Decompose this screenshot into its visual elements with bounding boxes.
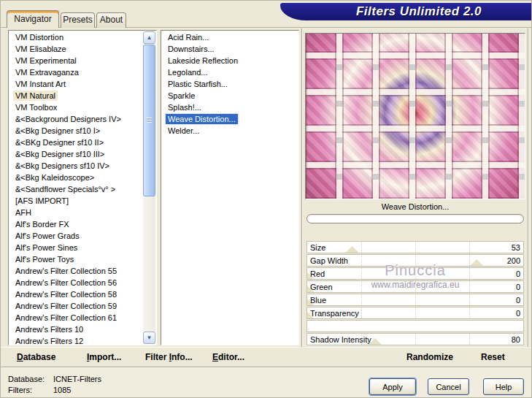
scroll-down-icon[interactable]: ▼ <box>143 332 155 344</box>
tick-mark <box>469 294 470 305</box>
list-item[interactable]: Andrew's Filter Collection 58 <box>9 288 144 300</box>
param-label: Size <box>310 242 325 253</box>
param-row-size[interactable]: Size 53 <box>307 241 524 253</box>
list-item[interactable]: &<Background Designers IV> <box>9 113 144 125</box>
category-listbox: VM DistortionVM ElisablazeVM Experimenta… <box>8 30 157 345</box>
title-banner: Filters Unlimited 2.0 <box>280 3 531 20</box>
param-label: Green <box>310 282 333 292</box>
list-item[interactable]: &<Sandflower Specials°v° > <box>9 183 144 195</box>
param-row-empty <box>307 320 524 332</box>
list-item[interactable]: Andrew's Filter Collection 59 <box>9 300 144 312</box>
list-item[interactable]: Andrew's Filter Collection 55 <box>9 265 144 277</box>
list-item[interactable]: VM Toolbox <box>9 102 144 113</box>
database-status: Database: ICNET-Filters Filters: 1085 <box>8 374 101 396</box>
tab-navigator[interactable]: Navigator <box>7 10 59 28</box>
import-button[interactable]: Import... <box>87 352 121 362</box>
param-row-gap-width[interactable]: Gap Width 200 <box>307 254 524 267</box>
param-row-red[interactable]: Red 0 <box>307 267 524 280</box>
list-item[interactable]: &<Bkg Designer sf10 III> <box>9 148 144 160</box>
scrollbar-thumb[interactable] <box>143 45 155 196</box>
tick-mark <box>361 268 362 279</box>
param-value: 0 <box>516 308 520 318</box>
slider-handle[interactable] <box>346 246 359 253</box>
list-item[interactable]: [AFS IMPORT] <box>9 195 144 207</box>
tick-mark <box>361 255 362 266</box>
tab-about[interactable]: About <box>96 12 126 28</box>
editor-button[interactable]: Editor... <box>212 352 244 362</box>
tick-mark <box>469 307 470 318</box>
param-label: Shadow Intensity <box>310 334 371 345</box>
list-item[interactable]: &<Bkg Kaleidoscope> <box>9 172 144 183</box>
tick-mark <box>415 281 416 292</box>
param-value: 80 <box>512 334 520 345</box>
filters-count-label: Filters: <box>8 385 53 396</box>
progress-bar <box>307 214 524 223</box>
list-item[interactable]: Weave Distortion... <box>161 113 298 125</box>
tick-mark <box>469 281 470 292</box>
slider-handle[interactable] <box>470 259 483 266</box>
list-item[interactable]: Plastic Starfish... <box>161 78 298 90</box>
list-item[interactable]: Lakeside Reflection <box>161 55 298 66</box>
tick-mark <box>415 294 416 305</box>
list-item[interactable]: Andrew's Filters 12 <box>9 335 144 345</box>
list-item[interactable]: VM Elisablaze <box>9 43 144 55</box>
list-item[interactable]: Andrew's Filters 10 <box>9 324 144 335</box>
app-title: Filters Unlimited 2.0 <box>280 3 531 20</box>
tab-presets[interactable]: Presets <box>61 12 95 28</box>
preview-caption: Weave Distortion... <box>305 202 525 211</box>
list-item[interactable]: VM Distortion <box>9 31 144 43</box>
list-item[interactable]: Splash!... <box>161 102 298 113</box>
param-value: 200 <box>507 256 520 266</box>
tick-mark <box>415 242 416 253</box>
filter-listbox: Acid Rain...Downstairs...Lakeside Reflec… <box>161 30 299 345</box>
tick-mark <box>361 242 362 253</box>
param-row-green[interactable]: Green 0 <box>307 280 524 293</box>
tick-mark <box>469 268 470 279</box>
list-item[interactable]: VM Extravaganza <box>9 66 144 78</box>
list-item[interactable]: VM Experimental <box>9 55 144 66</box>
tick-mark <box>469 255 470 266</box>
cancel-button[interactable]: Cancel <box>428 378 469 395</box>
database-status-label: Database: <box>8 374 53 385</box>
list-item[interactable]: &<Bkg Designers sf10 IV> <box>9 160 144 172</box>
filter-items: Acid Rain...Downstairs...Lakeside Reflec… <box>161 31 298 345</box>
reset-button[interactable]: Reset <box>481 352 505 362</box>
list-item[interactable]: Andrew's Filter Collection 56 <box>9 277 144 288</box>
list-item[interactable]: Alf's Power Sines <box>9 242 144 253</box>
randomize-button[interactable]: Randomize <box>406 352 453 362</box>
database-status-value: ICNET-Filters <box>53 374 101 385</box>
list-item[interactable]: Alf's Border FX <box>9 218 144 230</box>
list-item[interactable]: AFH <box>9 207 144 218</box>
category-scrollbar[interactable]: ▲ ▼ <box>143 31 155 344</box>
tick-mark <box>415 334 416 345</box>
status-bar: Database: ICNET-Filters Filters: 1085 Ap… <box>1 367 532 398</box>
list-item[interactable]: Alf's Power Toys <box>9 253 144 265</box>
filter-info-button[interactable]: Filter Info... <box>145 352 193 362</box>
database-button[interactable]: Database <box>17 352 55 362</box>
list-item[interactable]: &<BKg Designer sf10 II> <box>9 137 144 148</box>
param-label: Gap Width <box>310 256 348 266</box>
param-value: 0 <box>516 282 520 292</box>
param-row-blue[interactable]: Blue 0 <box>307 294 524 306</box>
list-item[interactable]: VM Natural <box>9 90 144 102</box>
apply-button[interactable]: Apply <box>369 378 416 395</box>
tick-mark <box>469 242 470 253</box>
help-button[interactable]: Help <box>483 378 524 395</box>
scroll-up-icon[interactable]: ▲ <box>143 31 155 44</box>
list-item[interactable]: Downstairs... <box>161 43 298 55</box>
param-row-transparency[interactable]: Transparency 0 <box>307 307 524 319</box>
tick-mark <box>415 268 416 279</box>
list-item[interactable]: Acid Rain... <box>161 31 298 43</box>
list-item[interactable]: Legoland... <box>161 66 298 78</box>
list-item[interactable]: VM Instant Art <box>9 78 144 90</box>
menu-bar: Database Import... Filter Info... Editor… <box>1 347 532 367</box>
list-item[interactable]: Alf's Power Grads <box>9 230 144 242</box>
list-item[interactable]: Welder... <box>161 125 298 137</box>
list-item[interactable]: Sparkle <box>161 90 298 102</box>
tick-mark <box>361 281 362 292</box>
list-item[interactable]: Andrew's Filter Collection 61 <box>9 312 144 324</box>
param-value: 0 <box>516 295 520 305</box>
list-item[interactable]: &<Bkg Designer sf10 I> <box>9 125 144 137</box>
param-label: Blue <box>310 295 326 305</box>
param-row-shadow-intensity[interactable]: Shadow Intensity 80 <box>307 333 524 345</box>
